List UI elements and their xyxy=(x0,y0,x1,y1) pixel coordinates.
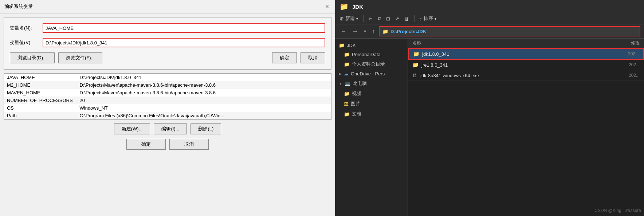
edit-fields-container: 变量名(N): 变量值(V): 浏览目录(D)... 浏览文件(F)... 确定… xyxy=(4,17,331,70)
explorer-title: JDK xyxy=(352,4,363,10)
explorer-header: 📁 JDK xyxy=(335,0,644,13)
sidebar-item-label: 文档 xyxy=(352,111,361,117)
table-row[interactable]: OSWindows_NT xyxy=(4,104,331,112)
file-name: jdk-8u341-windows-x64.exe xyxy=(420,73,615,78)
plus-icon: ⊕ xyxy=(339,16,344,21)
sidebar-item-pictures[interactable]: 🖼 图片 xyxy=(335,99,408,109)
sidebar-item-label: OneDrive - Pers xyxy=(351,71,385,76)
cloud-icon: ☁ xyxy=(344,71,349,76)
folder-icon: 📁 xyxy=(413,51,419,57)
edit-button[interactable]: 编辑(I)... xyxy=(154,123,187,134)
share-toolbar-item[interactable]: ↗ xyxy=(395,16,399,21)
table-row[interactable]: JAVA_HOMED:\Projects\JDK\jdk1.8.0_341 xyxy=(4,74,331,82)
share-icon: ↗ xyxy=(395,16,399,21)
table-action-buttons: 新建(W)... 编辑(I)... 删除(L) xyxy=(4,123,331,134)
delete-icon: 🗑 xyxy=(404,16,409,21)
new-toolbar-item[interactable]: ⊕ 新建 ▾ xyxy=(339,15,358,22)
sidebar-item-documents[interactable]: 📁 文档 xyxy=(335,109,408,119)
var-value-cell: D:\Projects\Maven\apache-maven-3.8.6-bin… xyxy=(77,81,331,89)
var-value-label: 变量值(V): xyxy=(10,39,39,46)
file-date: 202... xyxy=(618,73,640,78)
browse-dir-button[interactable]: 浏览目录(D)... xyxy=(10,52,55,63)
col-name-header: 名称 xyxy=(412,40,610,46)
edit-variable-dialog: 编辑系统变量 ✕ 变量名(N): 变量值(V): 浏览目录(D)... 浏览文件… xyxy=(0,0,335,216)
copy-icon: ⧉ xyxy=(378,16,381,21)
cut-toolbar-item[interactable]: ✂ xyxy=(369,16,373,21)
sidebar-item-label: 图片 xyxy=(351,101,360,107)
folder-icon: 📁 xyxy=(412,62,419,68)
var-value-row: 变量值(V): xyxy=(10,38,325,47)
folder-icon-large: 📁 xyxy=(339,2,349,11)
toolbar-separator-1 xyxy=(363,15,364,22)
dropdown-button[interactable]: ▾ xyxy=(362,28,368,35)
sort-label: 排序 xyxy=(424,15,433,22)
var-name-cell: Path xyxy=(4,112,77,120)
var-name-input[interactable] xyxy=(43,23,325,33)
var-table-section: JAVA_HOMED:\Projects\JDK\jdk1.8.0_341M2_… xyxy=(4,73,331,120)
cut-icon: ✂ xyxy=(369,16,373,21)
file-name: jdk1.8.0_341 xyxy=(422,51,614,57)
cancel-button-bottom[interactable]: 取消 xyxy=(169,139,209,150)
sidebar-item-this-pc[interactable]: ▼ 💻 此电脑 xyxy=(335,78,408,89)
var-name-cell: M2_HOME xyxy=(4,81,77,89)
forward-button[interactable]: → xyxy=(350,27,360,35)
address-text: D:\Projects\JDK xyxy=(390,29,426,34)
var-name-cell: JAVA_HOME xyxy=(4,74,77,82)
variable-table: JAVA_HOMED:\Projects\JDK\jdk1.8.0_341M2_… xyxy=(4,73,331,120)
copy-toolbar-item[interactable]: ⧉ xyxy=(378,16,381,21)
var-value-cell: D:\Projects\Maven\apache-maven-3.8.6-bin… xyxy=(77,89,331,97)
nav-bar: ← → ▾ ↑ 📁 D:\Projects\JDK xyxy=(335,24,644,39)
address-bar[interactable]: 📁 D:\Projects\JDK xyxy=(379,26,640,36)
bottom-ok-cancel: 确定 取消 xyxy=(4,139,331,150)
back-button[interactable]: ← xyxy=(339,27,348,35)
list-item[interactable]: 📁 jre1.8.0_341 202... xyxy=(408,60,644,70)
ok-button-bottom[interactable]: 确定 xyxy=(126,139,166,150)
file-explorer: 📁 JDK ⊕ 新建 ▾ ✂ ⧉ ⊡ ↗ 🗑 ↕ 排序 ▾ xyxy=(335,0,644,216)
sidebar-item-onedrive[interactable]: ▶ ☁ OneDrive - Pers xyxy=(335,69,408,78)
delete-button[interactable]: 删除(L) xyxy=(191,123,221,134)
file-list: 📁 jdk1.8.0_341 202... 📁 jre1.8.0_341 202… xyxy=(408,48,644,81)
sidebar-item-label: 此电脑 xyxy=(353,80,367,87)
sidebar-item-video[interactable]: 📁 视频 xyxy=(335,89,408,99)
var-value-cell: 20 xyxy=(77,97,331,104)
col-date-header: 修改 xyxy=(610,40,640,46)
chevron-down-icon: ▼ xyxy=(339,82,342,86)
sidebar-item-label: 个人资料总目录 xyxy=(352,61,385,67)
var-name-cell: NUMBER_OF_PROCESSORS xyxy=(4,97,77,104)
chevron-down-icon: ▾ xyxy=(356,17,358,21)
file-list-header: 名称 修改 xyxy=(408,39,644,48)
var-value-cell: D:\Projects\JDK\jdk1.8.0_341 xyxy=(77,74,331,82)
delete-toolbar-item[interactable]: 🗑 xyxy=(404,16,409,21)
sidebar-item-jdk[interactable]: 📁 JDK xyxy=(335,41,408,50)
sort-icon: ↕ xyxy=(420,16,422,21)
sidebar-item-label: 视频 xyxy=(352,90,361,97)
sidebar-item-personal-dir[interactable]: 📁 个人资料总目录 xyxy=(335,59,408,69)
cancel-button-top[interactable]: 取消 xyxy=(301,52,325,63)
ok-button-top[interactable]: 确定 xyxy=(272,52,297,63)
table-row[interactable]: MAVEN_HOMED:\Projects\Maven\apache-maven… xyxy=(4,89,331,97)
var-value-input[interactable] xyxy=(43,38,325,47)
var-value-cell: Windows_NT xyxy=(77,104,331,112)
table-row[interactable]: M2_HOMED:\Projects\Maven\apache-maven-3.… xyxy=(4,81,331,89)
folder-icon: 📁 xyxy=(344,62,350,67)
folder-icon: 📁 xyxy=(344,91,350,97)
exe-icon: 🖥 xyxy=(412,72,417,78)
folder-icon: 📁 xyxy=(344,52,350,57)
paste-toolbar-item[interactable]: ⊡ xyxy=(386,16,390,21)
sidebar-item-personaldata[interactable]: 📁 PersonalData xyxy=(335,50,408,59)
close-button[interactable]: ✕ xyxy=(323,3,331,10)
table-row[interactable]: PathC:\Program Files (x86)\Common Files\… xyxy=(4,112,331,120)
list-item[interactable]: 🖥 jdk-8u341-windows-x64.exe 202... xyxy=(408,70,644,81)
computer-icon: 💻 xyxy=(345,81,350,86)
sort-chevron-icon: ▾ xyxy=(435,17,436,21)
dialog-titlebar: 编辑系统变量 ✕ xyxy=(0,0,335,13)
browse-file-button[interactable]: 浏览文件(F)... xyxy=(58,52,102,63)
up-button[interactable]: ↑ xyxy=(370,27,377,35)
watermark: CSDN @King_Treasure xyxy=(594,208,641,213)
browse-btn-row: 浏览目录(D)... 浏览文件(F)... 确定 取消 xyxy=(10,52,325,63)
table-row[interactable]: NUMBER_OF_PROCESSORS20 xyxy=(4,97,331,104)
sort-toolbar-item[interactable]: ↕ 排序 ▾ xyxy=(420,15,436,22)
folder-icon: 📁 xyxy=(339,43,345,48)
new-button[interactable]: 新建(W)... xyxy=(114,123,150,134)
list-item[interactable]: 📁 jdk1.8.0_341 202... xyxy=(408,48,644,60)
